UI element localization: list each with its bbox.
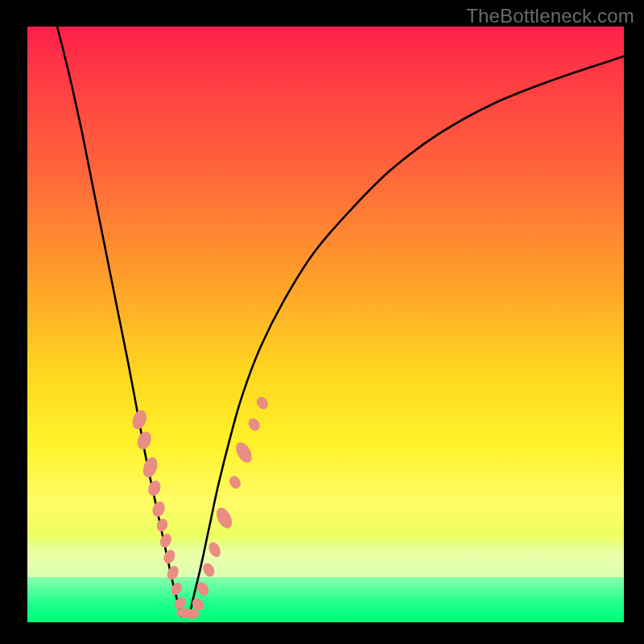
data-marker [135, 430, 154, 452]
data-marker [200, 561, 217, 579]
data-marker [206, 540, 222, 559]
data-marker [151, 500, 167, 519]
data-marker [158, 532, 173, 550]
curve-right-branch [190, 56, 624, 617]
data-marker [213, 505, 235, 530]
data-marker [155, 517, 169, 533]
data-marker [246, 416, 262, 433]
chart-stage: TheBottleneck.com [0, 0, 644, 644]
data-marker [169, 580, 184, 597]
data-marker [147, 479, 163, 497]
data-marker [254, 394, 270, 411]
data-marker [162, 548, 178, 566]
data-marker [141, 456, 160, 480]
watermark-text: TheBottleneck.com [466, 5, 634, 27]
data-marker [130, 408, 149, 431]
data-marker [227, 474, 242, 491]
curves-svg [27, 27, 624, 622]
data-marker [233, 440, 255, 465]
data-marker [185, 609, 200, 619]
data-marker [165, 564, 181, 582]
plot-area [27, 27, 624, 622]
